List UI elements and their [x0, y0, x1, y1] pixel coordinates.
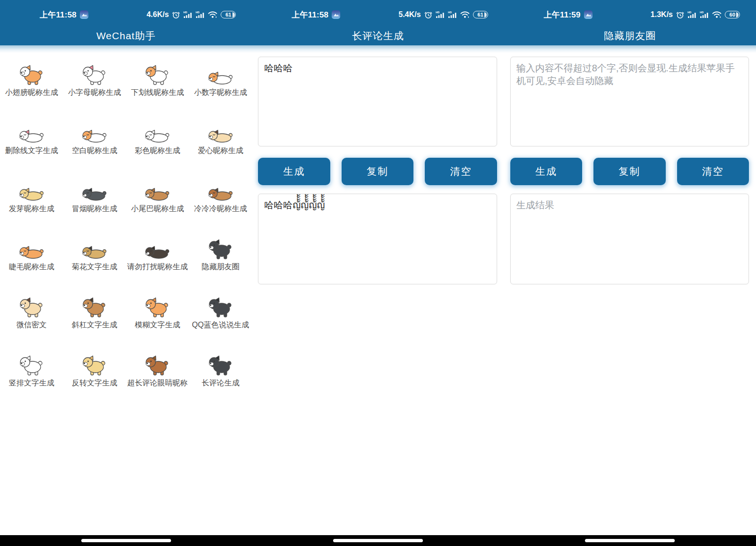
clear-button[interactable]: 清空 [425, 158, 497, 185]
feature-item[interactable]: 小字母昵称生成 [63, 55, 126, 113]
feature-item[interactable]: QQ蓝色说说生成 [189, 287, 252, 345]
network-speed: 1.3K/s [651, 10, 673, 19]
copy-button[interactable]: 复制 [593, 158, 665, 185]
wifi-icon [208, 11, 217, 18]
stitched-screenshots: 上午11:58 4.6K/s HD HD 61 WeChat助手 [0, 0, 756, 546]
feature-label: 空白昵称生成 [72, 146, 117, 156]
feature-item[interactable]: 斜杠文字生成 [63, 287, 126, 345]
dog-icon [19, 122, 44, 144]
feature-label: 请勿打扰昵称生成 [127, 262, 188, 272]
comment-output[interactable]: 哈哈哈ญ้้้้้้ญ้้้้้้ญ้้้้้้ญ้้้้้้ [258, 194, 497, 284]
feature-label: 竖排文字生成 [9, 378, 54, 388]
dog-icon [19, 64, 44, 86]
feature-label: 删除线文字生成 [5, 146, 58, 156]
app-header: 上午11:58 4.6K/s HD HD 61 WeChat助手 [0, 0, 252, 45]
feature-item[interactable]: 反转文字生成 [63, 345, 126, 403]
feature-item[interactable]: 空白昵称生成 [63, 113, 126, 171]
svg-text:HD: HD [196, 11, 199, 14]
feature-item[interactable]: 删除线文字生成 [0, 113, 63, 171]
svg-text:HD: HD [700, 11, 704, 14]
svg-text:HD: HD [687, 11, 691, 14]
feature-item[interactable]: 发芽昵称生成 [0, 171, 63, 229]
battery-icon: 61 [221, 11, 236, 18]
dog-icon [145, 297, 170, 318]
feature-label: 长评论生成 [202, 378, 240, 388]
dog-icon [208, 122, 233, 144]
notification-app-icon [584, 10, 593, 19]
hd-signal-icon: HD [687, 11, 696, 18]
feature-label: 彩色昵称生成 [135, 146, 180, 156]
gesture-bar[interactable] [585, 539, 675, 542]
status-time: 上午11:58 [292, 9, 328, 20]
feature-item[interactable]: 菊花文字生成 [63, 229, 126, 287]
feature-item[interactable]: 隐藏朋友圈 [189, 229, 252, 287]
moments-output[interactable] [510, 194, 749, 284]
screen-long-comment: 上午11:58 5.4K/s HD HD 61 长评论生成 哈哈哈 [252, 0, 504, 546]
feature-item[interactable]: 下划线昵称生成 [126, 55, 189, 113]
moments-input[interactable] [510, 57, 749, 146]
feature-item[interactable]: 模糊文字生成 [126, 287, 189, 345]
feature-item[interactable]: 睫毛昵称生成 [0, 229, 63, 287]
svg-text:HD: HD [436, 11, 439, 14]
feature-grid: 小翅膀昵称生成 小字母昵称生成 下划线昵称生成 [0, 53, 252, 403]
feature-item[interactable]: 微信密文 [0, 287, 63, 345]
feature-label: 隐藏朋友圈 [202, 262, 240, 272]
feature-item[interactable]: 长评论生成 [189, 345, 252, 403]
feature-item[interactable]: 冒烟昵称生成 [63, 171, 126, 229]
gesture-bar[interactable] [81, 539, 171, 542]
feature-label: 小数字昵称生成 [194, 88, 247, 98]
dog-icon [19, 355, 44, 376]
generate-button[interactable]: 生成 [258, 158, 330, 185]
clear-button[interactable]: 清空 [677, 158, 749, 185]
battery-level: 61 [478, 12, 483, 17]
page-title: 隐藏朋友圈 [504, 26, 756, 45]
feature-item[interactable]: 爱心昵称生成 [189, 113, 252, 171]
alarm-clock-icon [676, 11, 684, 19]
dog-icon [82, 297, 107, 318]
hide-moments-tool: 生成 复制 清空 [504, 53, 756, 286]
feature-label: 下划线昵称生成 [131, 88, 184, 98]
battery-level: 61 [225, 12, 231, 17]
feature-item[interactable]: 冷冷冷昵称生成 [189, 171, 252, 229]
status-bar: 上午11:59 1.3K/s HD HD 60 [504, 0, 756, 26]
page-title: 长评论生成 [252, 26, 504, 45]
app-header: 上午11:59 1.3K/s HD HD 60 隐藏朋友圈 [504, 0, 756, 45]
network-speed: 4.6K/s [146, 10, 169, 19]
dog-icon [145, 122, 170, 144]
system-nav-bar [0, 535, 252, 546]
feature-item[interactable]: 竖排文字生成 [0, 345, 63, 403]
status-time: 上午11:58 [40, 9, 77, 20]
system-nav-bar [504, 535, 756, 546]
feature-item[interactable]: 彩色昵称生成 [126, 113, 189, 171]
feature-label: 小字母昵称生成 [68, 88, 121, 98]
feature-label: 发芽昵称生成 [9, 204, 54, 214]
svg-text:HD: HD [183, 11, 187, 14]
alarm-clock-icon [424, 11, 432, 19]
wifi-icon [712, 11, 722, 18]
hd-signal-icon: HD [700, 11, 709, 18]
copy-button[interactable]: 复制 [342, 158, 413, 185]
feature-item[interactable]: 小翅膀昵称生成 [0, 55, 63, 113]
comment-input[interactable]: 哈哈哈 [258, 57, 497, 146]
battery-icon: 60 [725, 11, 740, 18]
feature-item[interactable]: 小数字昵称生成 [189, 55, 252, 113]
status-bar: 上午11:58 5.4K/s HD HD 61 [252, 0, 504, 26]
gesture-bar[interactable] [333, 539, 423, 542]
header-shadow [0, 45, 252, 53]
svg-text:HD: HD [448, 11, 452, 14]
dog-icon [208, 297, 233, 318]
dog-icon [82, 64, 107, 86]
system-nav-bar [252, 535, 504, 546]
wifi-icon [460, 11, 470, 18]
generate-button[interactable]: 生成 [510, 158, 582, 185]
hd-signal-icon: HD [183, 11, 192, 18]
dog-icon [208, 180, 233, 202]
app-header: 上午11:58 5.4K/s HD HD 61 长评论生成 [252, 0, 504, 45]
feature-item[interactable]: 超长评论眼睛昵称 [126, 345, 189, 403]
feature-item[interactable]: 请勿打扰昵称生成 [126, 229, 189, 287]
feature-label: 微信密文 [17, 320, 47, 330]
hd-signal-icon: HD [436, 11, 445, 18]
page-title: WeChat助手 [0, 26, 252, 45]
feature-item[interactable]: 小尾巴昵称生成 [126, 171, 189, 229]
feature-label: 菊花文字生成 [72, 262, 117, 272]
